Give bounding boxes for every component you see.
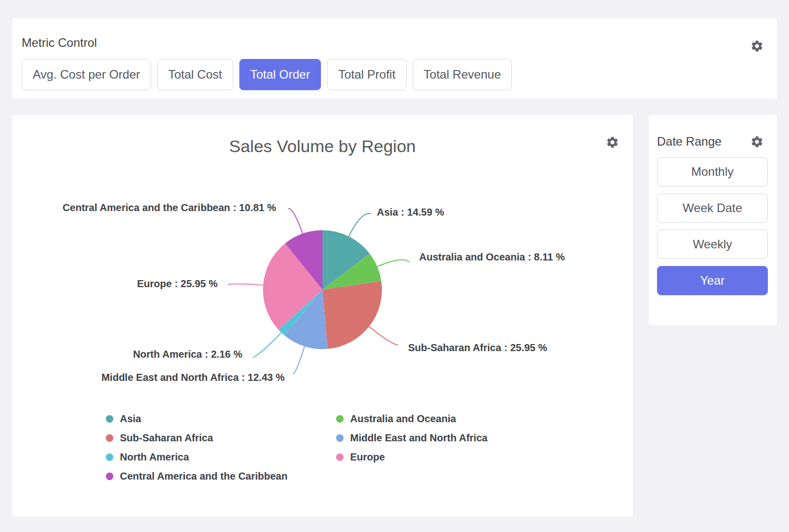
sales-volume-chart-panel: Sales Volume by Region Asia : 14.59 %Aus… — [12, 115, 633, 517]
gear-glyph — [750, 135, 764, 149]
legend-item-north-america[interactable]: North America — [106, 447, 336, 467]
metric-button-total-revenue[interactable]: Total Revenue — [413, 59, 512, 90]
metric-control-gear-icon[interactable] — [750, 39, 764, 53]
date-range-button-year[interactable]: Year — [657, 266, 768, 295]
pie-label-north-america: North America : 2.16 % — [133, 349, 242, 360]
main-row: Sales Volume by Region Asia : 14.59 %Aus… — [12, 115, 777, 517]
legend-label: Sub-Saharan Africa — [120, 432, 213, 444]
legend-dot-icon — [336, 434, 344, 442]
pie-label-line-australia-and-oceania — [377, 260, 409, 267]
legend-item-asia[interactable]: Asia — [106, 409, 336, 428]
legend-item-sub-saharan-africa[interactable]: Sub-Saharan Africa — [106, 428, 336, 447]
legend-label: Middle East and North Africa — [350, 432, 488, 444]
pie-label-line-asia — [349, 214, 371, 237]
chart-title: Sales Volume by Region — [12, 134, 633, 158]
legend-item-central-america-and-the-caribbean[interactable]: Central America and the Caribbean — [106, 467, 336, 486]
legend-dot-icon — [336, 415, 344, 423]
gear-glyph — [606, 136, 619, 149]
dashboard-page: Metric Control Avg. Cost per OrderTotal … — [0, 0, 789, 517]
pie-label-europe: Europe : 25.95 % — [137, 278, 218, 289]
metric-control-title: Metric Control — [22, 36, 767, 50]
legend-dot-icon — [106, 434, 113, 442]
pie-chart: Asia : 14.59 %Australia and Oceania : 8.… — [12, 175, 633, 397]
legend-label: Asia — [120, 413, 141, 425]
pie-label-line-north-america — [253, 332, 281, 358]
date-range-button-monthly[interactable]: Monthly — [657, 157, 768, 186]
chart-legend: AsiaAustralia and OceaniaSub-Saharan Afr… — [106, 409, 633, 486]
legend-label: Central America and the Caribbean — [120, 471, 288, 482]
legend-label: Australia and Oceania — [350, 413, 456, 425]
pie-label-line-central-america-and-the-caribbean — [288, 209, 303, 234]
pie-slice-sub-saharan-africa[interactable] — [322, 281, 382, 349]
pie-label-australia-and-oceania: Australia and Oceania : 8.11 % — [419, 251, 565, 262]
date-range-button-week-date[interactable]: Week Date — [657, 193, 768, 223]
pie-label-central-america-and-the-caribbean: Central America and the Caribbean : 10.8… — [62, 202, 276, 213]
legend-item-europe[interactable]: Europe — [336, 447, 633, 467]
metric-button-total-cost[interactable]: Total Cost — [157, 59, 233, 90]
date-range-panel: Date Range MonthlyWeek DateWeeklyYear — [649, 115, 777, 325]
metric-button-total-order[interactable]: Total Order — [239, 59, 321, 90]
date-range-gear-icon[interactable] — [750, 135, 764, 149]
legend-dot-icon — [336, 453, 344, 461]
metric-button-group: Avg. Cost per OrderTotal CostTotal Order… — [22, 59, 767, 90]
metric-control-panel: Metric Control Avg. Cost per OrderTotal … — [12, 18, 777, 99]
pie-label-asia: Asia : 14.59 % — [377, 207, 444, 218]
pie-label-line-europe — [228, 284, 263, 285]
legend-dot-icon — [106, 453, 113, 461]
legend-item-middle-east-and-north-africa[interactable]: Middle East and North Africa — [336, 428, 633, 447]
date-range-button-group: MonthlyWeek DateWeeklyYear — [657, 157, 769, 295]
legend-item-australia-and-oceania[interactable]: Australia and Oceania — [336, 409, 633, 428]
pie-label-middle-east-and-north-africa: Middle East and North Africa : 12.43 % — [101, 372, 285, 383]
metric-button-total-profit[interactable]: Total Profit — [327, 59, 406, 90]
pie-label-line-sub-saharan-africa — [369, 326, 398, 345]
pie-label-sub-saharan-africa: Sub-Saharan Africa : 25.95 % — [408, 342, 547, 353]
legend-dot-icon — [106, 473, 113, 480]
pie-label-line-middle-east-and-north-africa — [293, 347, 305, 374]
legend-label: Europe — [350, 451, 385, 463]
metric-button-avg-cost-per-order[interactable]: Avg. Cost per Order — [22, 59, 151, 90]
legend-dot-icon — [106, 415, 113, 423]
gear-glyph — [750, 39, 764, 53]
chart-gear-icon[interactable] — [606, 136, 619, 149]
date-range-button-weekly[interactable]: Weekly — [657, 230, 768, 259]
legend-label: North America — [120, 451, 189, 463]
